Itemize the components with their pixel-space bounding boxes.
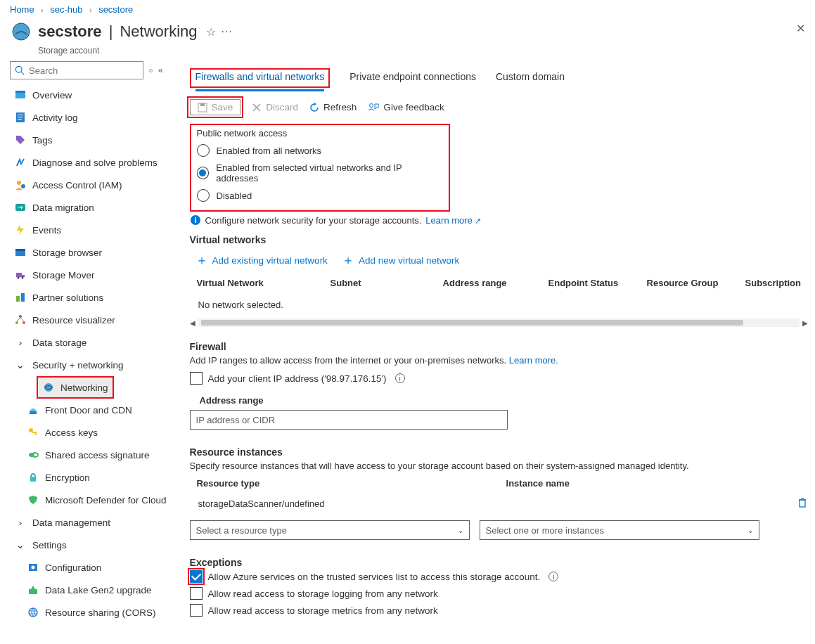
storage-mover-icon	[14, 269, 27, 281]
address-range-input[interactable]	[190, 410, 508, 430]
svg-point-10	[17, 181, 21, 185]
sidebar-item-overview[interactable]: Overview	[10, 84, 169, 106]
refresh-icon	[309, 103, 319, 112]
sidebar-group-settings[interactable]: ⌄Settings	[10, 534, 169, 556]
breadcrumb-secstore[interactable]: secstore	[98, 4, 133, 15]
scroll-left-icon[interactable]: ◀	[190, 319, 195, 327]
add-existing-vnet-button[interactable]: ＋Add existing virtual network	[195, 254, 328, 266]
sidebar-item-label: Encryption	[45, 472, 90, 483]
sidebar-item-storage-mover[interactable]: Storage Mover	[10, 264, 169, 286]
sidebar-item-cors[interactable]: Resource sharing (CORS)	[23, 601, 169, 624]
radio-label: Disabled	[217, 191, 252, 201]
config-icon	[27, 562, 39, 573]
help-icon[interactable]: i	[395, 373, 405, 383]
migration-icon	[14, 202, 27, 213]
radio-enabled-selected[interactable]: Enabled from selected virtual networks a…	[197, 160, 443, 186]
col-virtual-network: Virtual Network	[197, 278, 331, 288]
horizontal-scrollbar[interactable]: ◀ ▶	[190, 318, 808, 327]
refresh-button[interactable]: Refresh	[309, 102, 357, 112]
add-new-vnet-button[interactable]: ＋Add new virtual network	[342, 254, 459, 266]
sidebar-item-access-keys[interactable]: Access keys	[23, 421, 169, 444]
exception-trusted-services-checkbox[interactable]: Allow Azure services on the trusted serv…	[190, 568, 808, 585]
sidebar-item-configuration[interactable]: Configuration	[23, 556, 169, 579]
sidebar-item-storage-browser[interactable]: Storage browser	[10, 241, 169, 264]
svg-rect-26	[35, 433, 37, 435]
feedback-button[interactable]: Give feedback	[368, 102, 444, 112]
sidebar-item-tags[interactable]: Tags	[10, 129, 169, 151]
storage-browser-icon	[14, 247, 27, 258]
search-input[interactable]	[25, 65, 130, 76]
tab-firewalls[interactable]: Firewalls and virtual networks	[195, 65, 325, 91]
radio-disabled[interactable]: Disabled	[197, 186, 443, 205]
save-button[interactable]: Save	[190, 99, 241, 115]
breadcrumb-home[interactable]: Home	[10, 4, 34, 15]
close-icon[interactable]: ✕	[786, 18, 815, 39]
exception-logging-checkbox[interactable]: Allow read access to storage logging fro…	[190, 585, 808, 602]
radio-label: Enabled from selected virtual networks a…	[216, 162, 442, 183]
filter-dot-icon	[149, 69, 153, 72]
sidebar-item-label: Activity log	[32, 112, 78, 123]
radio-enabled-all[interactable]: Enabled from all networks	[197, 141, 443, 160]
svg-point-15	[18, 277, 20, 279]
vnet-table-header: Virtual Network Subnet Address range End…	[190, 272, 808, 295]
collapse-sidebar-icon[interactable]: «	[158, 65, 163, 75]
sidebar-item-gen2-upgrade[interactable]: Data Lake Gen2 upgrade	[23, 579, 169, 601]
sidebar-group-data-storage[interactable]: ›Data storage	[10, 331, 169, 354]
chevron-right-icon: ›	[14, 337, 27, 348]
breadcrumb-sec-hub[interactable]: sec-hub	[50, 4, 82, 15]
sidebar-item-front-door[interactable]: Front Door and CDN	[23, 399, 169, 421]
sidebar-item-events[interactable]: Events	[10, 219, 169, 241]
sidebar-group-security-networking[interactable]: ⌄Security + networking	[10, 354, 169, 376]
svg-rect-4	[15, 92, 25, 98]
svg-rect-25	[32, 432, 37, 433]
sidebar-item-label: Microsoft Defender for Cloud	[45, 495, 167, 505]
sidebar-group-data-management[interactable]: ›Data management	[10, 511, 169, 534]
delete-icon[interactable]	[797, 497, 808, 510]
sidebar-item-diagnose[interactable]: Diagnose and solve problems	[10, 151, 169, 174]
sidebar-search[interactable]	[10, 61, 143, 79]
learn-more-link[interactable]: Learn more	[425, 215, 481, 226]
sidebar-item-encryption[interactable]: Encryption	[23, 466, 169, 489]
ri-table-header: Resource type Instance name	[190, 471, 808, 493]
sidebar-item-iam[interactable]: Access Control (IAM)	[10, 174, 169, 196]
section-heading-exceptions: Exceptions	[190, 557, 808, 568]
svg-rect-29	[30, 477, 36, 482]
sidebar-item-label: Access Control (IAM)	[32, 180, 122, 191]
chevron-down-icon: ⌄	[458, 527, 463, 534]
favorite-star-icon[interactable]: ☆	[206, 25, 216, 39]
radio-label: Enabled from all networks	[217, 146, 322, 156]
svg-rect-32	[29, 589, 37, 594]
discard-button[interactable]: Discard	[252, 102, 298, 112]
sidebar-item-activity-log[interactable]: Activity log	[10, 106, 169, 129]
exception-metrics-checkbox[interactable]: Allow read access to storage metrics fro…	[190, 602, 808, 619]
help-icon[interactable]: i	[548, 572, 558, 581]
svg-point-38	[370, 103, 373, 107]
sidebar-item-networking[interactable]: Networking	[37, 376, 114, 399]
sidebar-item-resource-visualizer[interactable]: Resource visualizer	[10, 309, 169, 331]
sidebar-item-partner-solutions[interactable]: Partner solutions	[10, 286, 169, 309]
resource-type-select[interactable]: Select a resource type⌄	[190, 520, 470, 540]
section-heading-resource-instances: Resource instances	[190, 446, 808, 458]
tags-icon	[14, 134, 27, 146]
col-subnet: Subnet	[331, 278, 443, 288]
section-heading-vnets: Virtual networks	[190, 234, 808, 245]
sidebar-item-sas[interactable]: Shared access signature	[23, 444, 169, 466]
firewall-learn-more-link[interactable]: Learn more.	[509, 355, 558, 366]
sidebar-item-defender[interactable]: Microsoft Defender for Cloud	[23, 489, 169, 511]
radio-icon	[197, 144, 210, 157]
scroll-right-icon[interactable]: ▶	[802, 319, 808, 327]
feedback-icon	[368, 103, 379, 112]
add-client-ip-checkbox[interactable]: Add your client IP address ('98.97.176.1…	[190, 370, 808, 387]
tab-custom-domain[interactable]: Custom domain	[496, 65, 565, 89]
instance-name-select[interactable]: Select one or more instances⌄	[480, 520, 759, 540]
svg-rect-35	[200, 103, 205, 106]
firewall-description: Add IP ranges to allow access from the i…	[190, 355, 808, 366]
info-text: Configure network security for your stor…	[205, 215, 422, 226]
more-actions-icon[interactable]: ···	[222, 25, 233, 38]
sidebar-item-data-migration[interactable]: Data migration	[10, 196, 169, 219]
checkbox-icon	[190, 587, 203, 600]
shield-icon	[27, 494, 39, 505]
activity-log-icon	[14, 112, 27, 123]
tab-private-endpoints[interactable]: Private endpoint connections	[349, 65, 476, 89]
visualizer-icon	[14, 314, 27, 326]
